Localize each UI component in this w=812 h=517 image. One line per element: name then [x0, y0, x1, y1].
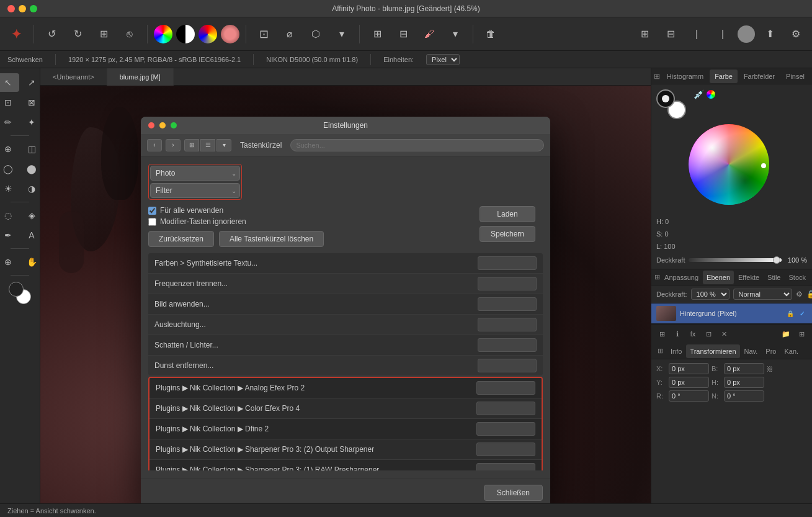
layers-options-icon[interactable]: ⊞ — [654, 271, 660, 284]
grid2-icon[interactable]: ⊟ — [392, 23, 414, 45]
tab-farbe[interactable]: Farbe — [710, 70, 738, 83]
user-icon[interactable] — [738, 25, 755, 43]
unnamed-tab[interactable]: <Unbenannt> — [40, 68, 107, 86]
list-view-btn[interactable]: ☰ — [200, 139, 215, 151]
layers-fx-icon[interactable]: fx — [686, 327, 700, 341]
h-input[interactable] — [724, 377, 764, 388]
y-input[interactable] — [669, 377, 709, 388]
highlighted-key-4[interactable] — [476, 463, 535, 470]
bw-btn[interactable] — [176, 25, 195, 43]
r-input[interactable] — [669, 390, 709, 402]
tab-histogramm[interactable]: Histogramm — [662, 70, 708, 83]
brush-dropdown[interactable]: ▾ — [444, 23, 466, 45]
layer-blend-select[interactable]: Normal Multiplizieren Aufhellen — [733, 289, 792, 300]
highlighted-key-0[interactable] — [476, 381, 535, 395]
export-icon[interactable]: ⬆ — [759, 23, 781, 45]
eyedropper-icon[interactable]: 💉 — [694, 89, 704, 99]
b-input[interactable] — [724, 363, 764, 374]
for-all-checkbox[interactable] — [148, 207, 156, 215]
layer-lock-btn[interactable]: 🔒 — [785, 308, 795, 318]
separator2-icon[interactable]: | — [712, 23, 734, 45]
minimize-button[interactable] — [19, 5, 26, 12]
view-options-btn[interactable]: ▾ — [216, 139, 231, 151]
shortcut-key-4[interactable] — [478, 338, 537, 352]
crop-tool[interactable]: ⊡ — [0, 93, 19, 112]
tab-stile[interactable]: Stile — [764, 271, 784, 284]
layout-icon[interactable]: ⊟ — [659, 23, 682, 45]
transform-options-icon[interactable]: ⊞ — [654, 344, 666, 358]
separator-icon[interactable]: | — [685, 23, 708, 45]
undo-icon[interactable]: ↺ — [40, 23, 63, 45]
tab-transformieren[interactable]: Transformieren — [686, 344, 739, 358]
dialog-maximize-traffic[interactable] — [171, 122, 177, 128]
clone-tool[interactable]: ⊕ — [0, 140, 19, 158]
highlighted-key-2[interactable] — [476, 422, 535, 436]
layer-lock-icon[interactable]: 🔒 — [806, 288, 812, 300]
history-icon[interactable]: ⊞ — [92, 23, 115, 45]
tab-kan[interactable]: Kan. — [780, 344, 802, 358]
tab-farbfelder[interactable]: Farbfelder — [739, 70, 780, 83]
transform-icon[interactable]: ⬡ — [305, 23, 327, 45]
dialog-minimize-traffic[interactable] — [159, 122, 166, 128]
load-button[interactable]: Laden — [480, 206, 535, 222]
app-logo[interactable]: ✦ — [5, 23, 27, 45]
layer-opacity-select[interactable]: 100 % 75 % 50 % — [691, 289, 729, 300]
dialog-close-traffic[interactable] — [148, 122, 154, 128]
burn-tool[interactable]: ◑ — [20, 179, 43, 198]
panel-options-icon[interactable]: ⊞ — [654, 70, 661, 83]
layer-settings-icon[interactable]: ⚙ — [796, 288, 803, 300]
move-tool[interactable]: ↖ — [0, 73, 19, 92]
layers-mask-icon[interactable]: ⊡ — [702, 327, 715, 341]
color-wheel-btn[interactable] — [154, 25, 172, 43]
grid-icon[interactable]: ⊞ — [366, 23, 388, 45]
background-color[interactable] — [9, 282, 24, 297]
patch-tool[interactable]: ◫ — [20, 140, 43, 158]
layer-item-hintergrund[interactable]: Hintergrund (Pixel) 🔒 ✓ — [651, 303, 812, 324]
shortcut-key-3[interactable] — [478, 318, 537, 331]
straighten-tool[interactable]: ⊠ — [20, 93, 43, 112]
close-dialog-button[interactable]: Schließen — [484, 485, 543, 501]
black-swatch[interactable] — [656, 89, 675, 108]
tab-anpassung[interactable]: Anpassung — [661, 271, 702, 284]
tab-ebenen[interactable]: Ebenen — [703, 271, 734, 284]
hue-icon[interactable] — [707, 90, 715, 99]
opacity-slider[interactable] — [689, 258, 782, 262]
highlighted-key-3[interactable] — [476, 443, 535, 456]
delete-icon[interactable]: 🗑 — [480, 23, 502, 45]
layers-info-icon[interactable]: ℹ — [671, 327, 684, 341]
maximize-button[interactable] — [30, 5, 37, 12]
category-select[interactable]: Filter Bearbeiten Ansicht — [150, 183, 240, 198]
share-icon[interactable]: ⎋ — [118, 23, 141, 45]
text-tool[interactable]: A — [20, 226, 43, 245]
layers-grid-icon[interactable]: ⊞ — [795, 327, 808, 341]
tab-pro[interactable]: Pro — [762, 344, 780, 358]
layer-check-btn[interactable]: ✓ — [797, 308, 807, 318]
zoom-tool[interactable]: ⊕ — [0, 253, 19, 271]
x-input[interactable] — [669, 363, 709, 374]
tab-info[interactable]: Info — [667, 344, 685, 358]
layers-delete-icon[interactable]: ✕ — [717, 327, 731, 341]
fill-tool[interactable]: ⬤ — [20, 160, 43, 178]
tab-stock[interactable]: Stock — [785, 271, 810, 284]
pen-tool[interactable]: ✒ — [0, 226, 19, 245]
modifier-checkbox[interactable] — [148, 218, 156, 226]
pan-tool[interactable]: ✋ — [20, 253, 43, 271]
reset-button[interactable]: Zurücksetzen — [148, 231, 214, 247]
blur-tool[interactable]: ◌ — [0, 206, 19, 225]
brush-tool[interactable]: ✏ — [0, 113, 19, 132]
shortcut-key-0[interactable] — [478, 256, 537, 270]
sharpen-tool[interactable]: ◈ — [20, 206, 43, 225]
settings-icon[interactable]: ⚙ — [785, 23, 807, 45]
delete-all-button[interactable]: Alle Tastenkürzel löschen — [219, 231, 324, 247]
redo-icon[interactable]: ↻ — [66, 23, 89, 45]
layers-stack-icon[interactable]: ⊞ — [655, 327, 669, 341]
shortcut-key-2[interactable] — [478, 297, 537, 311]
grid-view-btn[interactable]: ⊞ — [184, 139, 199, 151]
highlighted-key-1[interactable] — [476, 402, 535, 415]
assistant-icon[interactable]: ⊞ — [633, 23, 656, 45]
crop-icon[interactable]: ⊡ — [252, 23, 275, 45]
dodge-tool[interactable]: ☀ — [0, 179, 19, 198]
erase-tool[interactable]: ◯ — [0, 160, 19, 178]
n-input[interactable] — [724, 390, 764, 402]
brush-icon[interactable]: 🖌 — [418, 23, 440, 45]
